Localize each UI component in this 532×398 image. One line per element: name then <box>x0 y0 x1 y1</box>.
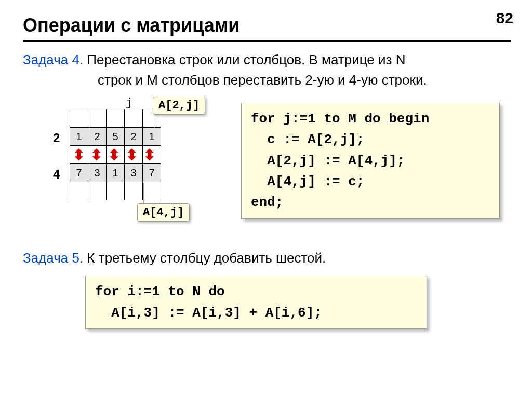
page-title: Операции с матрицами <box>23 15 509 36</box>
callout-pointer <box>154 112 154 129</box>
task5-line: Задача 5. К третьему столбцу добавить ше… <box>23 249 509 267</box>
matrix-cell: 1 <box>107 164 125 182</box>
page-number: 82 <box>496 9 513 27</box>
row-label-2: 2 <box>53 131 60 145</box>
matrix-cell: 5 <box>107 128 125 146</box>
matrix-cell: 7 <box>143 164 161 182</box>
callout-pointer <box>143 183 144 204</box>
matrix-cell: 3 <box>125 164 143 182</box>
task5-text: К третьему столбцу добавить шестой. <box>83 250 326 266</box>
double-arrow-icon: ⬍ <box>105 146 123 164</box>
double-arrow-icon: ⬍ <box>87 146 105 164</box>
matrix-cell: 1 <box>143 128 161 146</box>
row-label-4: 4 <box>53 167 60 182</box>
task4-text1: Перестановка строк или столбцов. В матри… <box>83 52 405 67</box>
matrix-cell: 2 <box>88 128 107 146</box>
task4-line1: Задача 4. Перестановка строк или столбцо… <box>23 51 509 69</box>
callout-a2j: A[2,j] <box>153 97 205 115</box>
code-block-swap: for j:=1 to M do begin c := A[2,j]; A[2,… <box>241 103 500 218</box>
matrix-cell: 3 <box>88 164 107 182</box>
double-arrow-icon: ⬍ <box>70 146 87 164</box>
matrix-cell: 1 <box>70 128 88 146</box>
task4-label: Задача 4. <box>23 52 83 67</box>
task4-text2: строк и M столбцов переставить 2-ую и 4-… <box>98 72 427 88</box>
swap-arrows: ⬍⬍⬍⬍⬍ <box>70 146 158 164</box>
code-block-addcol: for i:=1 to N do A[i,3] := A[i,3] + A[i,… <box>85 276 427 329</box>
matrix-figure: j 2 4 1 2 5 2 1 7 3 1 3 7 <box>23 100 220 235</box>
title-rule <box>23 40 511 42</box>
matrix-cell: 7 <box>70 164 88 182</box>
callout-a4j: A[4,j] <box>137 203 190 222</box>
task4-line2: строк и M столбцов переставить 2-ую и 4-… <box>23 71 509 89</box>
matrix-cell: 2 <box>125 128 143 146</box>
double-arrow-icon: ⬍ <box>140 146 158 164</box>
task5-label: Задача 5. <box>23 250 83 266</box>
j-axis-label: j <box>126 97 132 109</box>
double-arrow-icon: ⬍ <box>123 146 140 164</box>
